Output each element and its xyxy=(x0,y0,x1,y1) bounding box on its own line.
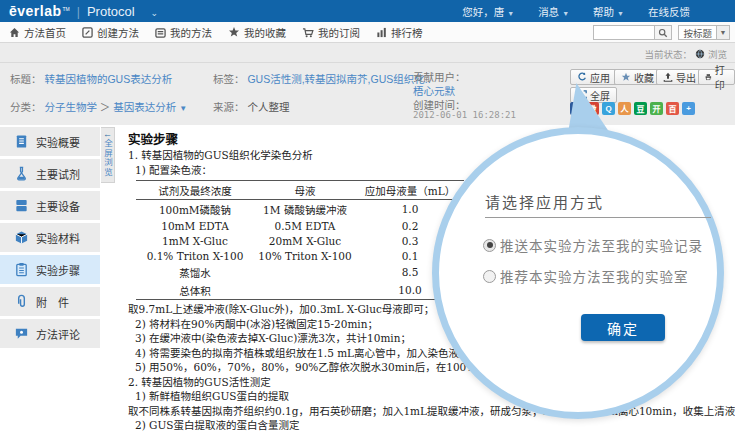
apply-icon xyxy=(577,72,587,82)
sidebar-item-label: 主要试剂 xyxy=(36,166,80,182)
apply-button[interactable]: 应用 xyxy=(570,69,617,85)
option-recommend-to-lab[interactable]: 推荐本实验方法至我的实验室 xyxy=(483,266,689,286)
folder-icon xyxy=(155,27,166,38)
category-parent-link[interactable]: 分子生物学 xyxy=(44,101,97,113)
create-icon xyxy=(82,27,93,38)
status-label: 当前状态： xyxy=(644,47,692,61)
logo-text: ēverlab xyxy=(9,3,62,19)
sidebar-item-overview[interactable]: 实验概要 xyxy=(0,127,100,156)
popup-divider xyxy=(485,217,711,218)
search-icon xyxy=(658,28,668,38)
contributor-label: 贡献用户： xyxy=(413,71,466,83)
search-input[interactable] xyxy=(593,25,655,40)
main-nav: 方法首页 创建方法 我的方法 我的收藏 我的订阅 排行榜 按标题 ▼ xyxy=(0,22,735,43)
sidebar-item-label: 实验材料 xyxy=(36,230,80,246)
nav-create-method[interactable]: 创建方法 xyxy=(82,25,139,40)
sidebar-item-attachments[interactable]: 附 件 xyxy=(0,287,100,316)
table-row: 100mM磷酸钠1M 磷酸钠缓冲液1.0 xyxy=(136,200,464,219)
radio-unselected-icon[interactable] xyxy=(483,270,496,283)
table-row: 总体积10.0 xyxy=(136,281,464,300)
option-push-to-records[interactable]: 推送本实验方法至我的实验记录 xyxy=(483,235,703,255)
radio-selected-icon[interactable] xyxy=(483,239,496,252)
feedback-link[interactable]: 在线反馈 xyxy=(648,4,690,19)
sidebar-item-reagents[interactable]: 主要试剂 xyxy=(0,159,100,188)
equipment-icon xyxy=(14,198,29,213)
share-renren-icon[interactable]: 人 xyxy=(618,102,631,115)
source-value: 个人整理 xyxy=(247,101,289,113)
chevron-down-icon: ▼ xyxy=(617,10,624,17)
arrow-left-icon: ← xyxy=(103,130,112,138)
staining-solution-table: 试剂及最终浓度 母液 应加母液量（mL） 100mM磷酸钠1M 磷酸钠缓冲液1.… xyxy=(136,180,464,300)
favorite-icon xyxy=(621,72,631,82)
category-link[interactable]: 基因表达分析 xyxy=(113,101,176,113)
share-kaixin-icon[interactable]: 开 xyxy=(650,102,663,115)
table-header: 母液 xyxy=(254,181,356,200)
share-baidu-icon[interactable]: 百 xyxy=(666,102,679,115)
contributor-link[interactable]: 梧心元默 xyxy=(413,85,455,97)
table-row: 10mM EDTA0.5M EDTA0.2 xyxy=(136,218,464,233)
print-button[interactable]: 打印 xyxy=(698,69,735,85)
logo-tm: TM xyxy=(63,6,70,12)
sidebar-item-label: 实验概要 xyxy=(36,134,80,150)
messages-menu[interactable]: 消息▼ xyxy=(538,4,569,19)
cart-icon xyxy=(302,27,314,38)
method-info-panel: 标题： 转基因植物的GUS表达分析 标签： GUS活性测,转基因拟南芥,GUS组… xyxy=(0,62,735,125)
user-menu[interactable]: 您好，唐▼ xyxy=(462,4,514,19)
share-more-icon[interactable]: + xyxy=(682,102,695,115)
export-button[interactable]: 导出 xyxy=(656,69,703,85)
bar-chart-icon xyxy=(376,27,387,38)
source-label: 来源： xyxy=(213,101,245,113)
fullscreen-browse-tab[interactable]: ← 全屏浏览 xyxy=(101,127,115,183)
sidebar-item-materials[interactable]: 实验材料 xyxy=(0,223,100,252)
created-value: 2012-06-01 16:28:21 xyxy=(413,110,516,120)
popup-title: 请选择应用方式 xyxy=(485,191,604,212)
share-douban-icon[interactable]: 豆 xyxy=(634,102,647,115)
search-filter-value: 按标题 xyxy=(679,26,716,40)
sidebar-item-equipment[interactable]: 主要设备 xyxy=(0,191,100,220)
fullscreen-browse-label: 全屏浏览 xyxy=(102,139,114,177)
step-line: 取不同株系转基因拟南芥组织约0.1g，用石英砂研磨；加入1mL提取缓冲液，研成匀… xyxy=(128,404,735,419)
document-icon xyxy=(14,134,29,149)
flask-icon xyxy=(14,166,29,181)
chevron-down-icon: ▼ xyxy=(507,10,514,17)
paperclip-icon xyxy=(14,294,29,309)
favorite-button[interactable]: 收藏 xyxy=(614,69,661,85)
category-label: 分类： xyxy=(10,101,42,113)
title-label: 标题： xyxy=(10,73,42,85)
table-header: 试剂及最终浓度 xyxy=(136,181,254,200)
nav-my-favorites[interactable]: 我的收藏 xyxy=(228,25,286,40)
star-icon xyxy=(228,26,240,38)
help-menu[interactable]: 帮助▼ xyxy=(593,4,624,19)
app-logo[interactable]: ēverlab TM | Protocol ⌄ xyxy=(0,3,158,19)
table-row: 1mM X-Gluc20mM X-Gluc0.3 xyxy=(136,233,464,248)
section-sidebar: 实验概要 主要试剂 主要设备 实验材料 实验步骤 附 件 方法评论 xyxy=(0,127,100,351)
confirm-button[interactable]: 确定 xyxy=(581,314,665,341)
nav-my-subscriptions[interactable]: 我的订阅 xyxy=(302,25,360,40)
search-filter-select[interactable]: 按标题 ▼ xyxy=(678,25,730,40)
product-name: Protocol xyxy=(87,4,135,19)
globe-icon xyxy=(695,49,705,59)
method-title-link[interactable]: 转基因植物的GUS表达分析 xyxy=(44,73,172,85)
chevron-down-icon[interactable]: ▼ xyxy=(179,104,187,113)
nav-method-home[interactable]: 方法首页 xyxy=(9,25,66,40)
status-value: 浏览 xyxy=(708,47,727,61)
nav-leaderboard[interactable]: 排行榜 xyxy=(376,25,423,40)
method-tags[interactable]: GUS活性测,转基因拟南芥,GUS组织化.. xyxy=(247,73,430,85)
table-header: 应加母液量（mL） xyxy=(356,181,464,200)
sidebar-item-label: 方法评论 xyxy=(36,326,80,342)
comment-icon xyxy=(14,326,29,341)
option-label: 推送本实验方法至我的实验记录 xyxy=(500,235,703,255)
product-dropdown-icon[interactable]: ⌄ xyxy=(151,8,159,18)
chevron-down-icon: ▼ xyxy=(716,26,729,39)
home-icon xyxy=(9,27,20,38)
sidebar-item-comments[interactable]: 方法评论 xyxy=(0,319,100,348)
export-icon xyxy=(663,72,673,82)
sidebar-item-steps[interactable]: 实验步骤 xyxy=(0,255,100,284)
clipboard-icon xyxy=(14,262,29,277)
nav-my-methods[interactable]: 我的方法 xyxy=(155,25,212,40)
chevron-down-icon: ▼ xyxy=(562,10,569,17)
search-button[interactable] xyxy=(655,25,672,40)
share-qq-icon[interactable]: Q xyxy=(602,102,615,115)
step-line: 2) GUS蛋白提取液的蛋白含量测定 xyxy=(128,418,735,432)
apply-method-popup: 请选择应用方式 推送本实验方法至我的实验记录 推荐本实验方法至我的实验室 确定 xyxy=(432,127,724,419)
